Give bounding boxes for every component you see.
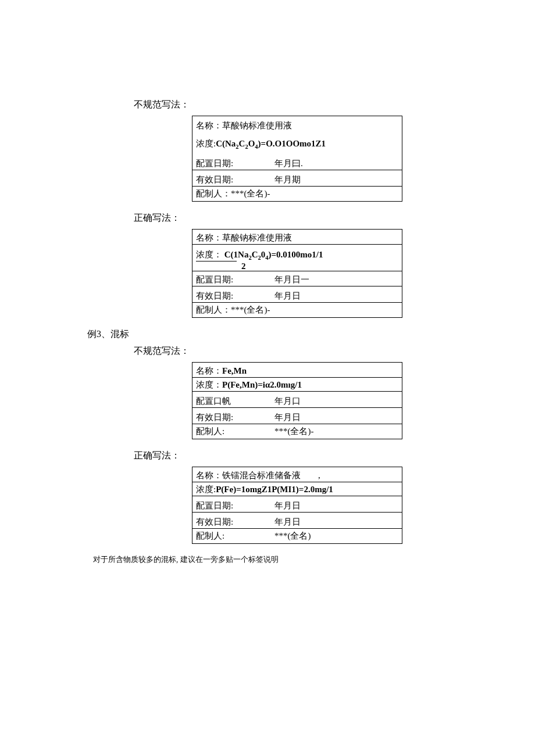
conc-post: )=O.O1OOmo1Z1 xyxy=(258,139,326,148)
expiry-value: 年月日 xyxy=(274,411,398,424)
conc-mid: C xyxy=(239,139,245,148)
box2-prepdate: 配置日期: 年月日一 xyxy=(192,273,402,286)
correct-heading-2: 正确写法： xyxy=(134,450,448,462)
prepdate-value: 年月曰. xyxy=(274,157,398,170)
expiry-label: 有效日期: xyxy=(196,290,274,302)
preparer-value: ***(全名)- xyxy=(274,425,398,438)
irregular-heading-1: 不规范写法： xyxy=(134,99,448,111)
box2-name: 名称：草酸钠标准使用液 xyxy=(192,230,402,245)
conc-pre: C(Na xyxy=(216,139,236,148)
conc-prefix: 浓度: xyxy=(196,139,216,148)
expiry-label: 有效日期: xyxy=(196,516,274,528)
footer-note: 对于所含物质较多的混标, 建议在一旁多贴一个标签说明 xyxy=(93,554,448,565)
conc-post: )=0.0100mo1/1 xyxy=(269,250,323,259)
label-box-1: 名称：草酸钠标准使用液 浓度:C(Na2C2O4)=O.O1OOmo1Z1 配置… xyxy=(192,116,402,202)
prepdate-value: 年月口 xyxy=(274,395,398,407)
example3-heading: 例3、混标 xyxy=(87,328,448,341)
prepdate-label: 配置日期: xyxy=(196,274,274,286)
box1-expiry: 有效日期: 年月期 xyxy=(192,173,402,187)
box2-expiry: 有效日期: 年月日 xyxy=(192,289,402,303)
name-prefix: 名称： xyxy=(196,366,222,375)
box3-prepdate: 配置口帆 年月口 xyxy=(192,394,402,408)
label-box-3: 名称：Fe,Mn 浓度：P(Fe,Mn)=iα2.0mıg/1 配置口帆 年月口… xyxy=(192,362,402,439)
irregular-heading-2: 不规范写法： xyxy=(134,345,448,357)
box1-prepdate: 配置日期: 年月曰. xyxy=(192,156,402,170)
correct-heading-1: 正确写法： xyxy=(134,212,448,224)
expiry-label: 有效日期: xyxy=(196,411,274,424)
conc-mid: C xyxy=(252,250,258,259)
box4-name: 名称：铁镭混合标准储备液 , xyxy=(192,467,402,482)
preparer-value: ***(全名) xyxy=(274,530,398,542)
box3-name: 名称：Fe,Mn xyxy=(192,363,402,378)
box4-preparer: 配制人: ***(全名) xyxy=(192,529,402,543)
box4-prepdate: 配置日期: 年月日 xyxy=(192,499,402,513)
box2-conc: 浓度： C(1Na2C204)=0.0100mo1/1 xyxy=(192,245,402,261)
box2-preparer: 配制人：***(全名)- xyxy=(192,303,402,317)
box1-name: 名称：草酸钠标准使用液 xyxy=(192,116,402,133)
preparer-label: 配制人: xyxy=(196,425,274,438)
prepdate-label: 配置日期: xyxy=(196,500,274,512)
box3-preparer: 配制人: ***(全名)- xyxy=(192,424,402,439)
conc-prefix: 浓度： xyxy=(196,250,222,259)
prepdate-value: 年月日 xyxy=(274,500,398,512)
conc-pre: C(1Na xyxy=(224,250,249,259)
box4-conc: 浓度:P(Fe)=1omgZ1P(MI1)=2.0mg/1 xyxy=(192,482,402,496)
box1-preparer: 配制人：***(全名)- xyxy=(192,187,402,201)
prepdate-value: 年月日一 xyxy=(274,274,398,286)
prepdate-label: 配置口帆 xyxy=(196,395,274,407)
expiry-value: 年月期 xyxy=(274,174,398,186)
prepdate-label: 配置日期: xyxy=(196,157,274,170)
preparer-label: 配制人: xyxy=(196,530,274,542)
box3-expiry: 有效日期: 年月日 xyxy=(192,410,402,424)
expiry-value: 年月日 xyxy=(274,290,398,302)
label-box-2: 名称：草酸钠标准使用液 浓度： C(1Na2C204)=0.0100mo1/1 … xyxy=(192,229,402,318)
box1-conc: 浓度:C(Na2C2O4)=O.O1OOmo1Z1 xyxy=(192,133,402,156)
expiry-value: 年月日 xyxy=(274,516,398,528)
expiry-label: 有效日期: xyxy=(196,174,274,186)
box3-conc: 浓度：P(Fe,Mn)=iα2.0mıg/1 xyxy=(192,378,402,392)
box2-denominator: 2 xyxy=(192,261,402,272)
label-box-4: 名称：铁镭混合标准储备液 , 浓度:P(Fe)=1omgZ1P(MI1)=2.0… xyxy=(192,467,402,544)
box4-expiry: 有效日期: 年月日 xyxy=(192,515,402,529)
